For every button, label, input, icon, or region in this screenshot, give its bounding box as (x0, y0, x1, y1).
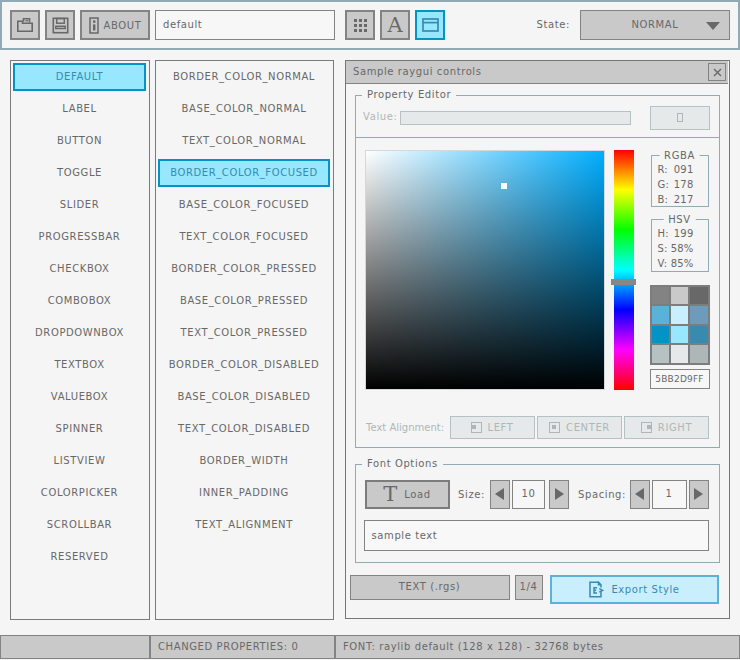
window-close-button[interactable] (708, 63, 726, 81)
font-spacing-value[interactable]: 1 (652, 480, 687, 509)
load-font-button[interactable]: T Load (365, 480, 450, 509)
properties-list-item[interactable]: BORDER_COLOR_NORMAL (158, 63, 330, 91)
export-format-button[interactable]: TEXT (.rgs) (350, 575, 510, 600)
format-page-button[interactable]: 1/4 (515, 575, 543, 600)
view-style-table-toggle[interactable] (345, 10, 375, 40)
export-style-button[interactable]: Export Style (550, 575, 719, 604)
state-dropdown[interactable]: NORMAL (580, 10, 730, 40)
controls-list-item[interactable]: COLORPICKER (13, 479, 146, 507)
controls-list-item[interactable]: CHECKBOX (13, 255, 146, 283)
controls-list-item[interactable]: BUTTON (13, 127, 146, 155)
controls-list-item[interactable]: SCROLLBAR (13, 511, 146, 539)
palette-swatch[interactable] (690, 326, 707, 344)
hsv-rows: H:199S:58%V:85% (652, 226, 708, 272)
controls-list-item[interactable]: DEFAULT (13, 63, 146, 91)
font-size-value[interactable]: 10 (512, 480, 545, 509)
font-spacing-decrease-button[interactable] (630, 480, 650, 509)
folder-open-icon (16, 17, 34, 33)
hsv-value: 199 (674, 226, 694, 241)
about-button[interactable]: ABOUT (80, 10, 150, 40)
window-titlebar[interactable]: Sample raygui controls (346, 61, 728, 84)
hex-value-box[interactable]: 5BB2D9FF (650, 369, 710, 389)
palette-swatch[interactable] (671, 306, 688, 324)
align-center-button[interactable]: CENTER (537, 416, 622, 439)
properties-list-item[interactable]: TEXT_ALIGNMENT (158, 511, 330, 539)
font-sample-textbox[interactable]: sample text (364, 520, 709, 551)
palette-swatch[interactable] (690, 306, 707, 324)
hue-bar[interactable] (614, 150, 634, 390)
hue-slider-handle[interactable] (611, 279, 636, 285)
color-picker-gradient[interactable] (366, 151, 604, 389)
rgba-value: 178 (674, 177, 694, 192)
align-center-icon (549, 422, 560, 433)
save-style-button[interactable] (45, 10, 75, 40)
status-font-info: FONT: raylib default (128 x 128) - 32768… (335, 635, 740, 659)
palette-swatch[interactable] (690, 345, 707, 363)
align-center-label: CENTER (566, 422, 610, 433)
controls-list: DEFAULTLABELBUTTONTOGGLESLIDERPROGRESSBA… (10, 60, 150, 620)
palette-swatch[interactable] (671, 287, 688, 305)
view-font-toggle[interactable]: A (380, 10, 410, 40)
sample-controls-window: Sample raygui controls Property Editor V… (345, 60, 730, 619)
arrow-left-icon (635, 488, 644, 500)
palette-swatch[interactable] (652, 326, 669, 344)
controls-list-item[interactable]: LABEL (13, 95, 146, 123)
font-size-decrease-button[interactable] (490, 480, 510, 509)
controls-list-item[interactable]: RESERVED (13, 543, 146, 571)
value-apply-button[interactable] (650, 106, 710, 130)
properties-list-item[interactable]: BORDER_COLOR_FOCUSED (158, 159, 330, 187)
palette-swatch[interactable] (671, 326, 688, 344)
controls-list-item[interactable]: COMBOBOX (13, 287, 146, 315)
align-right-label: RIGHT (658, 422, 692, 433)
properties-list-item[interactable]: TEXT_COLOR_NORMAL (158, 127, 330, 155)
about-button-label: ABOUT (104, 20, 142, 31)
controls-list-item[interactable]: TOGGLE (13, 159, 146, 187)
palette-swatch[interactable] (652, 287, 669, 305)
hsv-group-label: HSV (663, 214, 696, 225)
style-name-input[interactable]: default (155, 10, 335, 40)
align-left-button[interactable]: LEFT (450, 416, 535, 439)
hsv-value: 58% (671, 241, 694, 256)
controls-list-item[interactable]: LISTVIEW (13, 447, 146, 475)
rgba-group-label: RGBA (659, 150, 700, 161)
value-textbox[interactable] (400, 111, 631, 125)
status-segment-empty (0, 635, 150, 659)
properties-list-item[interactable]: BASE_COLOR_FOCUSED (158, 191, 330, 219)
properties-list-item[interactable]: BASE_COLOR_NORMAL (158, 95, 330, 123)
properties-list-item[interactable]: TEXT_COLOR_DISABLED (158, 415, 330, 443)
font-spacing-increase-button[interactable] (689, 480, 709, 509)
properties-list-item[interactable]: BASE_COLOR_PRESSED (158, 287, 330, 315)
rgba-group: RGBA R:091G:178B:217 (651, 155, 709, 207)
window-title: Sample raygui controls (353, 66, 482, 77)
palette-swatch[interactable] (690, 287, 707, 305)
palette-swatch[interactable] (652, 306, 669, 324)
value-label: Value: (363, 109, 403, 124)
arrow-right-icon (694, 488, 703, 500)
view-controls-toggle[interactable] (415, 10, 445, 40)
properties-list-item[interactable]: INNER_PADDING (158, 479, 330, 507)
palette-swatch[interactable] (652, 345, 669, 363)
export-style-label: Export Style (611, 584, 679, 595)
font-size-label: Size: (441, 480, 485, 509)
window-icon (422, 18, 439, 32)
controls-list-item[interactable]: TEXTBOX (13, 351, 146, 379)
hsv-row: H:199 (652, 226, 708, 241)
properties-list-item[interactable]: BASE_COLOR_DISABLED (158, 383, 330, 411)
properties-list-item[interactable]: TEXT_COLOR_FOCUSED (158, 223, 330, 251)
rgba-row: R:091 (652, 162, 708, 177)
rgba-value: 091 (674, 162, 694, 177)
controls-list-item[interactable]: SLIDER (13, 191, 146, 219)
controls-list-item[interactable]: PROGRESSBAR (13, 223, 146, 251)
properties-list-item[interactable]: BORDER_COLOR_DISABLED (158, 351, 330, 379)
open-style-button[interactable] (10, 10, 40, 40)
color-picker-cursor[interactable] (501, 183, 507, 189)
controls-list-item[interactable]: VALUEBOX (13, 383, 146, 411)
color-picker-panel[interactable] (365, 150, 605, 390)
properties-list-item[interactable]: BORDER_WIDTH (158, 447, 330, 475)
align-right-button[interactable]: RIGHT (624, 416, 709, 439)
properties-list-item[interactable]: BORDER_COLOR_PRESSED (158, 255, 330, 283)
controls-list-item[interactable]: DROPDOWNBOX (13, 319, 146, 347)
palette-swatch[interactable] (671, 345, 688, 363)
controls-list-item[interactable]: SPINNER (13, 415, 146, 443)
properties-list-item[interactable]: TEXT_COLOR_PRESSED (158, 319, 330, 347)
